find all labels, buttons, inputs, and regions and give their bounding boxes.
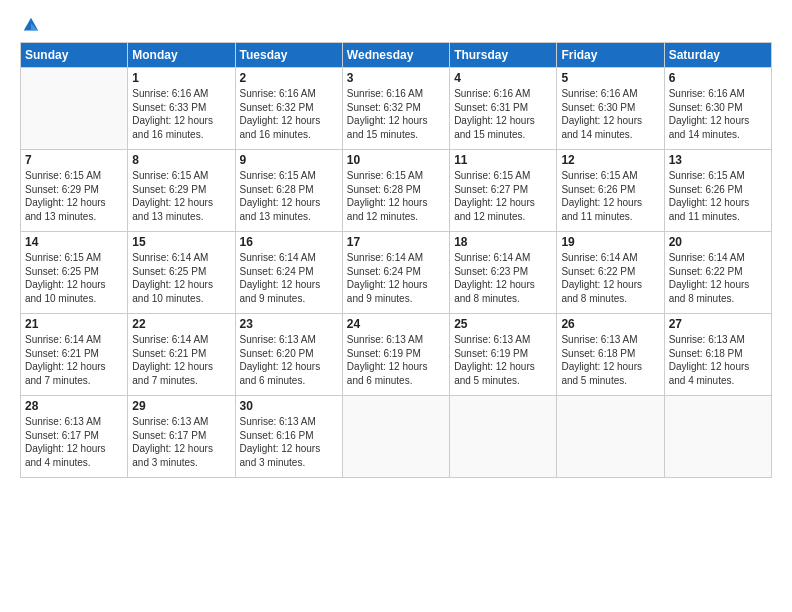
day-info: Sunrise: 6:16 AM Sunset: 6:33 PM Dayligh… — [132, 87, 230, 141]
calendar-cell: 14Sunrise: 6:15 AM Sunset: 6:25 PM Dayli… — [21, 232, 128, 314]
day-info: Sunrise: 6:13 AM Sunset: 6:17 PM Dayligh… — [25, 415, 123, 469]
day-info: Sunrise: 6:13 AM Sunset: 6:20 PM Dayligh… — [240, 333, 338, 387]
calendar-cell — [342, 396, 449, 478]
day-info: Sunrise: 6:16 AM Sunset: 6:31 PM Dayligh… — [454, 87, 552, 141]
day-number: 10 — [347, 153, 445, 167]
calendar-header-wednesday: Wednesday — [342, 43, 449, 68]
day-number: 25 — [454, 317, 552, 331]
calendar-header-saturday: Saturday — [664, 43, 771, 68]
calendar-cell: 23Sunrise: 6:13 AM Sunset: 6:20 PM Dayli… — [235, 314, 342, 396]
calendar-week-row: 1Sunrise: 6:16 AM Sunset: 6:33 PM Daylig… — [21, 68, 772, 150]
day-number: 11 — [454, 153, 552, 167]
calendar-cell: 10Sunrise: 6:15 AM Sunset: 6:28 PM Dayli… — [342, 150, 449, 232]
day-info: Sunrise: 6:14 AM Sunset: 6:23 PM Dayligh… — [454, 251, 552, 305]
day-number: 1 — [132, 71, 230, 85]
day-info: Sunrise: 6:14 AM Sunset: 6:24 PM Dayligh… — [240, 251, 338, 305]
calendar-cell — [664, 396, 771, 478]
day-info: Sunrise: 6:15 AM Sunset: 6:28 PM Dayligh… — [347, 169, 445, 223]
day-info: Sunrise: 6:15 AM Sunset: 6:29 PM Dayligh… — [132, 169, 230, 223]
day-number: 24 — [347, 317, 445, 331]
day-number: 9 — [240, 153, 338, 167]
calendar-cell: 7Sunrise: 6:15 AM Sunset: 6:29 PM Daylig… — [21, 150, 128, 232]
day-info: Sunrise: 6:14 AM Sunset: 6:25 PM Dayligh… — [132, 251, 230, 305]
day-number: 14 — [25, 235, 123, 249]
calendar-cell: 5Sunrise: 6:16 AM Sunset: 6:30 PM Daylig… — [557, 68, 664, 150]
calendar-cell: 8Sunrise: 6:15 AM Sunset: 6:29 PM Daylig… — [128, 150, 235, 232]
calendar-cell: 21Sunrise: 6:14 AM Sunset: 6:21 PM Dayli… — [21, 314, 128, 396]
day-info: Sunrise: 6:15 AM Sunset: 6:27 PM Dayligh… — [454, 169, 552, 223]
day-number: 20 — [669, 235, 767, 249]
day-number: 23 — [240, 317, 338, 331]
day-info: Sunrise: 6:15 AM Sunset: 6:29 PM Dayligh… — [25, 169, 123, 223]
day-number: 29 — [132, 399, 230, 413]
calendar: SundayMondayTuesdayWednesdayThursdayFrid… — [20, 42, 772, 478]
calendar-cell: 4Sunrise: 6:16 AM Sunset: 6:31 PM Daylig… — [450, 68, 557, 150]
calendar-cell: 18Sunrise: 6:14 AM Sunset: 6:23 PM Dayli… — [450, 232, 557, 314]
day-number: 7 — [25, 153, 123, 167]
calendar-cell: 27Sunrise: 6:13 AM Sunset: 6:18 PM Dayli… — [664, 314, 771, 396]
calendar-cell: 15Sunrise: 6:14 AM Sunset: 6:25 PM Dayli… — [128, 232, 235, 314]
day-number: 22 — [132, 317, 230, 331]
calendar-cell: 20Sunrise: 6:14 AM Sunset: 6:22 PM Dayli… — [664, 232, 771, 314]
day-info: Sunrise: 6:15 AM Sunset: 6:28 PM Dayligh… — [240, 169, 338, 223]
calendar-cell: 11Sunrise: 6:15 AM Sunset: 6:27 PM Dayli… — [450, 150, 557, 232]
day-info: Sunrise: 6:16 AM Sunset: 6:32 PM Dayligh… — [347, 87, 445, 141]
day-info: Sunrise: 6:16 AM Sunset: 6:30 PM Dayligh… — [669, 87, 767, 141]
day-number: 16 — [240, 235, 338, 249]
day-info: Sunrise: 6:15 AM Sunset: 6:25 PM Dayligh… — [25, 251, 123, 305]
day-info: Sunrise: 6:14 AM Sunset: 6:24 PM Dayligh… — [347, 251, 445, 305]
day-info: Sunrise: 6:15 AM Sunset: 6:26 PM Dayligh… — [669, 169, 767, 223]
day-info: Sunrise: 6:14 AM Sunset: 6:21 PM Dayligh… — [132, 333, 230, 387]
day-number: 28 — [25, 399, 123, 413]
day-info: Sunrise: 6:13 AM Sunset: 6:17 PM Dayligh… — [132, 415, 230, 469]
calendar-cell: 26Sunrise: 6:13 AM Sunset: 6:18 PM Dayli… — [557, 314, 664, 396]
calendar-cell: 24Sunrise: 6:13 AM Sunset: 6:19 PM Dayli… — [342, 314, 449, 396]
day-info: Sunrise: 6:13 AM Sunset: 6:16 PM Dayligh… — [240, 415, 338, 469]
calendar-header-thursday: Thursday — [450, 43, 557, 68]
header — [20, 16, 772, 34]
day-info: Sunrise: 6:13 AM Sunset: 6:18 PM Dayligh… — [561, 333, 659, 387]
day-number: 4 — [454, 71, 552, 85]
calendar-cell: 29Sunrise: 6:13 AM Sunset: 6:17 PM Dayli… — [128, 396, 235, 478]
calendar-cell: 30Sunrise: 6:13 AM Sunset: 6:16 PM Dayli… — [235, 396, 342, 478]
logo — [20, 16, 40, 34]
calendar-cell: 2Sunrise: 6:16 AM Sunset: 6:32 PM Daylig… — [235, 68, 342, 150]
day-number: 26 — [561, 317, 659, 331]
day-number: 17 — [347, 235, 445, 249]
day-number: 3 — [347, 71, 445, 85]
day-number: 5 — [561, 71, 659, 85]
day-number: 8 — [132, 153, 230, 167]
day-number: 30 — [240, 399, 338, 413]
calendar-cell: 22Sunrise: 6:14 AM Sunset: 6:21 PM Dayli… — [128, 314, 235, 396]
day-number: 19 — [561, 235, 659, 249]
calendar-cell — [21, 68, 128, 150]
calendar-header-row: SundayMondayTuesdayWednesdayThursdayFrid… — [21, 43, 772, 68]
calendar-header-tuesday: Tuesday — [235, 43, 342, 68]
day-number: 18 — [454, 235, 552, 249]
calendar-week-row: 21Sunrise: 6:14 AM Sunset: 6:21 PM Dayli… — [21, 314, 772, 396]
calendar-cell: 9Sunrise: 6:15 AM Sunset: 6:28 PM Daylig… — [235, 150, 342, 232]
day-number: 27 — [669, 317, 767, 331]
calendar-header-friday: Friday — [557, 43, 664, 68]
calendar-cell: 3Sunrise: 6:16 AM Sunset: 6:32 PM Daylig… — [342, 68, 449, 150]
calendar-week-row: 7Sunrise: 6:15 AM Sunset: 6:29 PM Daylig… — [21, 150, 772, 232]
day-info: Sunrise: 6:13 AM Sunset: 6:18 PM Dayligh… — [669, 333, 767, 387]
day-number: 13 — [669, 153, 767, 167]
page: SundayMondayTuesdayWednesdayThursdayFrid… — [0, 0, 792, 612]
day-info: Sunrise: 6:14 AM Sunset: 6:21 PM Dayligh… — [25, 333, 123, 387]
calendar-cell: 12Sunrise: 6:15 AM Sunset: 6:26 PM Dayli… — [557, 150, 664, 232]
day-number: 2 — [240, 71, 338, 85]
logo-icon — [22, 16, 40, 34]
calendar-cell: 28Sunrise: 6:13 AM Sunset: 6:17 PM Dayli… — [21, 396, 128, 478]
calendar-week-row: 28Sunrise: 6:13 AM Sunset: 6:17 PM Dayli… — [21, 396, 772, 478]
calendar-cell: 16Sunrise: 6:14 AM Sunset: 6:24 PM Dayli… — [235, 232, 342, 314]
day-number: 6 — [669, 71, 767, 85]
day-info: Sunrise: 6:16 AM Sunset: 6:32 PM Dayligh… — [240, 87, 338, 141]
calendar-cell: 25Sunrise: 6:13 AM Sunset: 6:19 PM Dayli… — [450, 314, 557, 396]
day-number: 21 — [25, 317, 123, 331]
day-info: Sunrise: 6:13 AM Sunset: 6:19 PM Dayligh… — [347, 333, 445, 387]
day-number: 15 — [132, 235, 230, 249]
calendar-header-monday: Monday — [128, 43, 235, 68]
calendar-cell: 1Sunrise: 6:16 AM Sunset: 6:33 PM Daylig… — [128, 68, 235, 150]
calendar-cell — [450, 396, 557, 478]
